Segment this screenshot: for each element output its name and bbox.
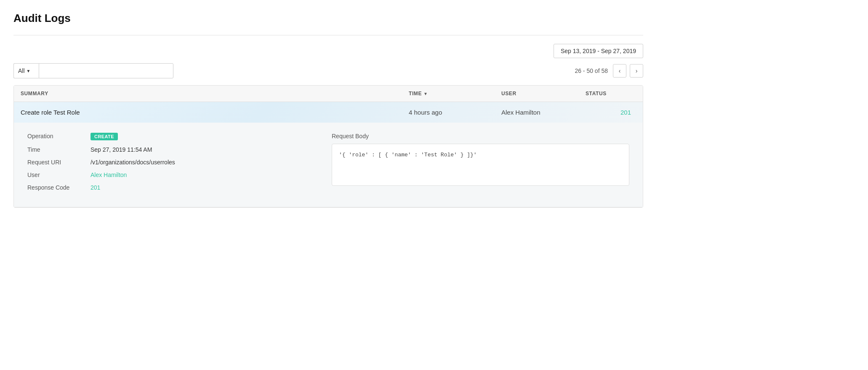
operation-badge: CREATE — [91, 133, 118, 140]
user-label: User — [27, 172, 91, 178]
detail-field-operation: Operation CREATE — [27, 133, 325, 140]
table-header: SUMMARY TIME ▼ USER STATUS — [14, 86, 643, 102]
filter-dropdown[interactable]: All ▼ — [13, 63, 39, 78]
column-header-user: USER — [501, 91, 586, 97]
date-range-button[interactable]: Sep 13, 2019 - Sep 27, 2019 — [554, 44, 643, 58]
time-text: 4 hours ago — [409, 109, 501, 116]
summary-text: Create role Test Role — [21, 109, 409, 116]
row-detail: Operation CREATE Time Sep 27, 2019 11:54… — [14, 123, 643, 207]
column-header-time[interactable]: TIME ▼ — [409, 91, 501, 97]
pagination-prev-button[interactable]: ‹ — [613, 64, 626, 78]
column-header-summary: SUMMARY — [21, 91, 409, 97]
response-value: 201 — [91, 184, 100, 191]
uri-label: Request URI — [27, 159, 91, 166]
request-body-code: '{ 'role' : [ { 'name' : 'Test Role' } ]… — [332, 144, 629, 186]
user-link[interactable]: Alex Hamilton — [91, 172, 127, 178]
filter-label: All — [18, 67, 25, 74]
detail-right: Request Body '{ 'role' : [ { 'name' : 'T… — [332, 133, 629, 197]
audit-log-table: SUMMARY TIME ▼ USER STATUS Create role T… — [13, 85, 643, 208]
page-title: Audit Logs — [13, 12, 643, 25]
status-badge: 201 — [586, 109, 636, 116]
detail-field-time: Time Sep 27, 2019 11:54 AM — [27, 146, 325, 153]
detail-field-user: User Alex Hamilton — [27, 172, 325, 178]
detail-field-response: Response Code 201 — [27, 184, 325, 191]
chevron-down-icon: ▼ — [27, 69, 31, 73]
detail-left: Operation CREATE Time Sep 27, 2019 11:54… — [27, 133, 325, 197]
pagination-info: 26 - 50 of 58 — [575, 67, 608, 74]
pagination-next-button[interactable]: › — [630, 64, 643, 78]
column-header-status: STATUS — [586, 91, 636, 97]
search-input[interactable] — [39, 63, 173, 78]
row-summary-bar[interactable]: Create role Test Role 4 hours ago Alex H… — [14, 102, 643, 123]
divider — [13, 35, 643, 35]
time-value: Sep 27, 2019 11:54 AM — [91, 146, 152, 153]
uri-value: /v1/organizations/docs/userroles — [91, 159, 175, 166]
sort-icon: ▼ — [423, 91, 428, 96]
response-label: Response Code — [27, 184, 91, 191]
operation-label: Operation — [27, 133, 91, 139]
detail-field-uri: Request URI /v1/organizations/docs/userr… — [27, 159, 325, 166]
time-label: Time — [27, 146, 91, 153]
table-row: Create role Test Role 4 hours ago Alex H… — [14, 102, 643, 207]
user-text: Alex Hamilton — [501, 109, 586, 116]
request-body-label: Request Body — [332, 133, 629, 139]
